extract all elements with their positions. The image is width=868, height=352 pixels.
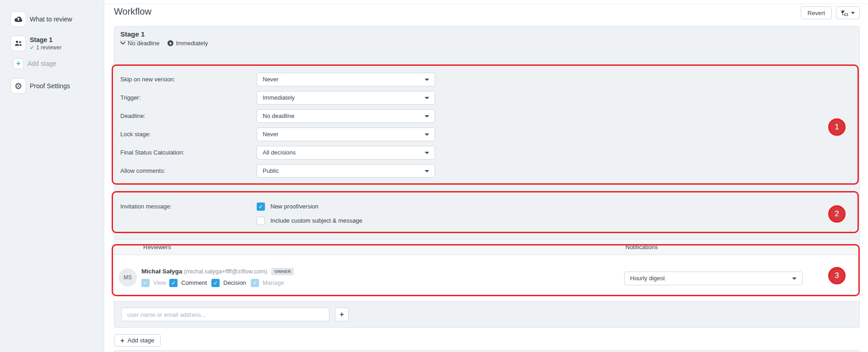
plus-icon: + [13, 58, 24, 69]
permission-decision-checkbox[interactable]: ✓ [211, 279, 220, 287]
workflow-tree-icon [841, 10, 848, 16]
include-custom-subject-label: Include custom subject & message [270, 217, 362, 225]
reviewer-count-label: 1 reviewer [36, 44, 61, 51]
field-label-deadline: Deadline: [120, 109, 253, 123]
reviewers-people-icon [11, 36, 26, 51]
sidebar-stage-status: ✓ 1 reviewer [30, 44, 61, 51]
field-label-final-status-calculation: Final Status Calculation: [120, 146, 253, 160]
sidebar: What to review Stage 1 ✓ 1 reviewer [0, 0, 104, 352]
reviewers-table: Reviewers Notifications MS Michał Sałyga… [114, 239, 860, 301]
deadline-select[interactable]: No deadline [257, 109, 435, 123]
skip-on-new-version-select[interactable]: Never [257, 73, 435, 86]
owner-badge: OWNER [271, 268, 294, 275]
field-label-allow-comments: Allow comments: [120, 164, 253, 178]
sidebar-item-stage-1[interactable]: Stage 1 ✓ 1 reviewer [0, 36, 104, 51]
sidebar-stage-title: Stage 1 [30, 36, 61, 43]
notifications-column-header: Notifications [625, 244, 658, 251]
notifications-select[interactable]: Hourly digest [624, 272, 803, 285]
cloud-upload-icon [11, 11, 26, 27]
sidebar-item-label: Add stage [27, 60, 56, 67]
caret-down-icon [851, 12, 855, 14]
permission-view-checkbox: ✓ [141, 279, 150, 287]
permission-manage-label: Manage [263, 279, 284, 287]
trigger-select[interactable]: Immediately [257, 91, 435, 105]
permission-comment-label: Comment [181, 279, 207, 287]
reviewers-table-header: Reviewers Notifications [114, 240, 859, 255]
field-label-trigger: Trigger: [120, 91, 253, 105]
top-divider [104, 4, 868, 4]
page-title: Workflow [114, 6, 151, 17]
include-custom-subject-checkbox[interactable] [257, 217, 265, 225]
lock-stage-select[interactable]: Never [257, 128, 435, 141]
reviewer-name: Michał Sałyga [141, 268, 182, 275]
stage-panel: Stage 1 No deadline Immediately Skip on … [114, 26, 860, 328]
reviewers-column-header: Reviewers [143, 244, 171, 251]
gear-icon: ⚙ [11, 78, 26, 94]
allow-comments-select[interactable]: Public [257, 164, 435, 178]
reviewer-email: (michal.salyga+ffff@ziflow.com) [184, 268, 267, 275]
annotation-badge-1: 1 [828, 118, 846, 136]
sidebar-item-proof-settings[interactable]: ⚙ Proof Settings [0, 78, 104, 94]
check-icon: ✓ [30, 44, 34, 51]
add-reviewer-input[interactable] [121, 308, 329, 321]
annotation-badge-2: 2 [828, 205, 846, 223]
sidebar-item-what-to-review[interactable]: What to review [0, 11, 104, 27]
header-actions: Revert [801, 6, 860, 19]
new-proof-version-checkbox[interactable]: ✓ [257, 203, 265, 211]
sidebar-item-label: Proof Settings [30, 82, 70, 90]
workflow-template-button[interactable] [836, 6, 860, 19]
stage-summary-row: No deadline Immediately [120, 40, 208, 47]
next-panel-edge [114, 350, 860, 352]
avatar: MS [119, 268, 137, 287]
permission-comment-checkbox[interactable]: ✓ [169, 279, 178, 287]
field-label-lock-stage: Lock stage: [120, 128, 253, 141]
permission-view-label: View [153, 279, 166, 287]
add-stage-button[interactable]: + Add stage [114, 334, 161, 347]
new-proof-version-label: New proof/version [270, 203, 318, 211]
field-label-skip-on-new-version: Skip on new version: [120, 73, 253, 86]
reviewer-identity: Michał Sałyga (michal.salyga+ffff@ziflow… [141, 268, 294, 275]
add-stage-button-label: Add stage [128, 337, 155, 344]
trigger-icon [167, 40, 173, 46]
main-content: Workflow Revert Stage 1 No d [104, 0, 868, 352]
stage-title[interactable]: Stage 1 [120, 30, 145, 38]
sidebar-item-add-stage[interactable]: + Add stage [0, 58, 104, 69]
chevron-down-icon[interactable] [120, 42, 125, 45]
sidebar-item-label: What to review [30, 16, 72, 23]
annotation-box-2 [112, 191, 859, 233]
permission-decision-label: Decision [223, 279, 246, 287]
plus-icon: + [120, 336, 124, 344]
workflow-editor: What to review Stage 1 ✓ 1 reviewer [0, 0, 868, 352]
final-status-calculation-select[interactable]: All decisions [257, 146, 435, 160]
permission-manage-checkbox: ✓ [251, 279, 259, 287]
deadline-summary-label: No deadline [128, 40, 159, 47]
trigger-summary-label: Immediately [176, 40, 208, 47]
revert-button[interactable]: Revert [801, 6, 832, 19]
invitation-message-label: Invitation message: [120, 203, 253, 211]
add-reviewer-button[interactable]: + [335, 308, 349, 321]
